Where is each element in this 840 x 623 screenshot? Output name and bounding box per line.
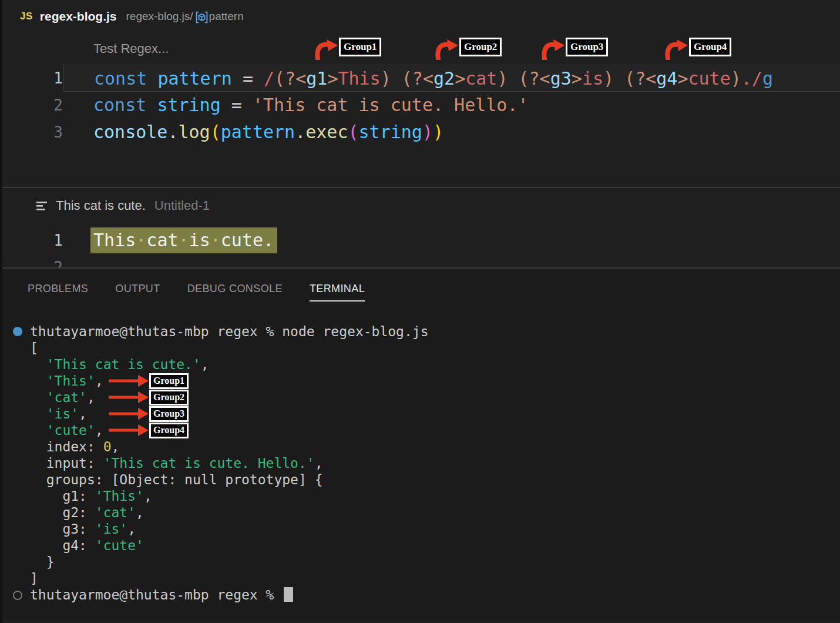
code-token: )	[497, 68, 508, 89]
group-annotation: Group3	[109, 406, 189, 422]
code-content[interactable]: This·cat·is·cute.	[63, 227, 840, 254]
straight-arrow-icon	[109, 424, 149, 436]
panel-tab-debug-console[interactable]: DEBUG CONSOLE	[187, 283, 283, 300]
code-token: (?<	[624, 68, 656, 89]
code-token: console	[93, 122, 167, 142]
terminal-line: [	[2, 340, 840, 356]
code-content[interactable]: const pattern = /(?<g1>This) (?<g2>cat) …	[63, 65, 840, 92]
whitespace-dot: ·	[210, 230, 221, 250]
codelens-test-regex[interactable]: Test Regex...	[93, 41, 169, 56]
terminal-cursor	[284, 587, 293, 602]
whitespace-dot: ·	[136, 230, 146, 250]
terminal-token: 'cat'	[46, 390, 87, 405]
terminal-token: [	[30, 340, 38, 356]
terminal-token: ,	[111, 439, 119, 454]
terminal-line: 'This cat is cute.',	[2, 356, 840, 373]
straight-arrow-icon	[109, 408, 149, 420]
code-line[interactable]: 3console.log(pattern.exec(string))	[2, 119, 840, 146]
terminal-token: g1:	[30, 488, 95, 504]
code-token	[146, 95, 157, 115]
code-token	[508, 68, 518, 89]
tab-title[interactable]: regex-blog.js	[40, 9, 117, 24]
code-token: log	[179, 122, 210, 142]
editor-regex-blog[interactable]: Test Regex... Group1Group2Group3Group4 1…	[2, 33, 840, 187]
match-highlight: This·cat·is·cute.	[90, 227, 277, 253]
terminal-line: 'cat',Group2	[2, 389, 840, 406]
code-token: .	[167, 122, 178, 142]
code-line[interactable]: 2	[2, 254, 840, 267]
untitled-header: This cat is cute. Untitled-1	[36, 196, 840, 215]
curved-arrow-icon	[541, 39, 565, 60]
code-line[interactable]: 1const pattern = /(?<g1>This) (?<g2>cat)…	[2, 65, 840, 92]
code-token: pattern	[221, 122, 295, 142]
group-annotation: Group2	[109, 389, 189, 406]
editor1-lines: 1const pattern = /(?<g1>This) (?<g2>cat)…	[2, 65, 840, 146]
code-token: This	[338, 68, 380, 89]
code-token: ./	[741, 68, 762, 89]
terminal-token: 'cute'	[46, 423, 95, 438]
terminal-token	[30, 357, 46, 372]
symbol-constant-icon	[195, 11, 209, 24]
terminal-line: g1: 'This',	[2, 488, 840, 504]
code-token: >	[327, 68, 338, 89]
group-annotation: Group4	[109, 422, 189, 438]
breadcrumb[interactable]: regex-blog.js/ pattern	[126, 9, 244, 24]
editor2-lines: 1This·cat·is·cute.2	[2, 227, 840, 267]
group-label-box: Group1	[339, 38, 381, 56]
breadcrumb-path[interactable]: regex-blog.js/	[126, 10, 193, 23]
terminal-line: index: 0,	[2, 438, 840, 455]
terminal-token: ,	[127, 521, 136, 537]
code-line[interactable]: 2const string = 'This cat is cute. Hello…	[2, 92, 840, 119]
terminal-token: ]	[30, 571, 38, 586]
js-file-icon: JS	[20, 11, 33, 22]
group-label-box: Group3	[149, 406, 189, 422]
terminal-token: 'This cat is cute. Hello.'	[103, 455, 315, 471]
terminal-line: 'is',Group3	[2, 406, 840, 422]
terminal-token: thutayarmoe@thutas-mbp regex %	[30, 587, 282, 602]
code-content[interactable]	[63, 254, 840, 267]
terminal-token: groups: [Object: null prototype] {	[30, 472, 323, 487]
panel-tab-output[interactable]: OUTPUT	[115, 283, 160, 300]
code-token: >	[572, 68, 582, 89]
code-content[interactable]: console.log(pattern.exec(string))	[63, 119, 840, 146]
group-annotation: Group1	[314, 38, 381, 60]
editor-untitled[interactable]: This cat is cute. Untitled-1 1This·cat·i…	[2, 188, 840, 267]
curved-arrow-icon	[435, 39, 458, 60]
code-content[interactable]: const string = 'This cat is cute. Hello.…	[63, 92, 840, 119]
code-token: >	[677, 68, 688, 89]
panel-tab-problems[interactable]: PROBLEMS	[28, 283, 88, 300]
terminal-output[interactable]: thutayarmoe@thutas-mbp regex % node rege…	[2, 323, 840, 603]
line-number: 3	[2, 119, 63, 146]
code-token: )	[381, 68, 391, 89]
terminal-line: groups: [Object: null prototype] {	[2, 471, 840, 488]
code-token: string	[157, 95, 220, 115]
code-line[interactable]: 1This·cat·is·cute.	[2, 227, 840, 254]
code-token: )	[603, 68, 614, 89]
code-token: g2	[434, 68, 455, 89]
terminal-token: 'This'	[95, 488, 144, 504]
command-run-decoration-icon	[13, 327, 22, 336]
terminal-token: g2:	[30, 505, 95, 520]
code-token: cat	[465, 68, 497, 89]
group-annotation: Group4	[664, 38, 731, 60]
breadcrumb-symbol[interactable]: pattern	[209, 10, 244, 23]
panel-tab-terminal[interactable]: TERMINAL	[310, 283, 365, 302]
terminal-token: 'is'	[95, 521, 127, 537]
terminal-line: input: 'This cat is cute. Hello.',	[2, 455, 840, 471]
terminal-token	[30, 406, 46, 421]
terminal-token: ,	[79, 406, 87, 421]
terminal-line: 'cute',Group4	[2, 422, 840, 438]
terminal-token	[30, 373, 46, 388]
terminal-token: ,	[144, 488, 152, 504]
group-label-box: Group1	[149, 373, 189, 389]
straight-arrow-icon	[109, 375, 149, 387]
code-token: =	[243, 68, 253, 89]
terminal-line: g4: 'cute'	[2, 537, 840, 554]
code-token: const	[94, 68, 147, 89]
group-label-box: Group3	[566, 38, 608, 56]
group-label-box: Group4	[689, 38, 731, 56]
code-token: const	[93, 95, 146, 115]
whitespace-dot: ·	[179, 230, 189, 250]
straight-arrow-icon	[109, 391, 149, 403]
codelens-row: Test Regex... Group1Group2Group3Group4	[2, 33, 840, 65]
